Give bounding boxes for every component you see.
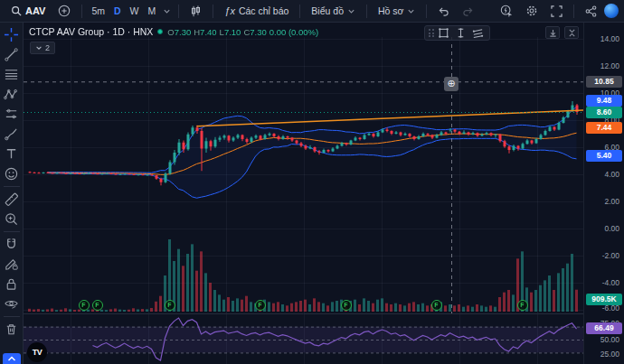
symbol-title[interactable]: CTCP AAV Group · 1D · HNX — [29, 26, 153, 37]
layout-button[interactable]: Biểu đồ — [306, 4, 361, 18]
interval-menu-button[interactable] — [161, 5, 173, 17]
fullscreen-button[interactable] — [545, 4, 568, 19]
profile-button[interactable]: Hồ sơ — [373, 4, 421, 18]
position-tool[interactable] — [2, 105, 22, 124]
zoom-in-tool[interactable] — [2, 210, 22, 229]
fib-retracement-tool[interactable] — [2, 65, 22, 84]
change-value: 0.00 (0.00%) — [269, 27, 318, 37]
emoji-tool[interactable] — [2, 164, 22, 183]
settings-button[interactable] — [520, 3, 544, 19]
axis-tick: -4.00 — [602, 277, 619, 288]
event-marker[interactable]: F — [431, 300, 442, 311]
magnet-tool[interactable] — [2, 235, 22, 254]
fx-icon: ƒx — [224, 5, 235, 16]
chevron-up-icon — [7, 356, 16, 362]
symbol-name: AAV — [25, 5, 45, 16]
chart-type-button[interactable] — [184, 4, 207, 19]
axis-tick: -2.00 — [602, 250, 619, 261]
pattern-tool[interactable] — [2, 85, 22, 104]
chart-pane: CTCP AAV Group · 1D · HNX O7.30 H7.40 L7… — [24, 23, 624, 364]
event-marker[interactable]: F — [165, 300, 175, 311]
redo-button[interactable] — [457, 5, 479, 18]
axis-tick: 0.00 — [604, 223, 619, 234]
undo-button[interactable] — [432, 5, 455, 18]
price-badge: 7.44 — [586, 122, 622, 134]
search-icon — [11, 5, 22, 16]
toolbar-separator — [366, 5, 367, 18]
forecast-icon — [4, 107, 19, 122]
toolbar-divider — [4, 316, 20, 317]
tradingview-app: AAV 5m D W M ƒx Các chỉ báo Biểu đồ Hồ s… — [0, 0, 624, 364]
redo-icon — [462, 6, 474, 16]
price-badge: 10.85 — [586, 76, 622, 88]
tradingview-logo[interactable]: TV — [27, 342, 47, 362]
toolbar-divider — [4, 186, 20, 187]
remove-drawings-tool[interactable] — [2, 320, 22, 339]
axis-tick: 25.00 — [600, 349, 619, 359]
interval-1d[interactable]: D — [110, 4, 125, 18]
ruler-icon — [4, 191, 19, 207]
price-badge: 8.60 — [586, 107, 622, 118]
measure-tool[interactable] — [2, 190, 22, 209]
toolbar-separator — [213, 5, 213, 18]
xabcd-pattern-icon — [4, 87, 19, 102]
compare-add-button[interactable] — [52, 3, 76, 19]
undo-icon — [438, 6, 449, 16]
fib-lines-icon — [4, 67, 19, 82]
interval-1m[interactable]: M — [145, 4, 160, 18]
rectangle-tool-icon — [438, 27, 449, 39]
layout-label: Biểu đồ — [311, 5, 344, 16]
pane-download-button[interactable] — [545, 26, 560, 39]
crosshair-add-button[interactable]: ⊕ — [444, 77, 459, 91]
lock-all-tool[interactable] — [2, 275, 22, 294]
event-marker[interactable]: F — [79, 300, 90, 311]
show-panel-button[interactable] — [3, 353, 21, 364]
trend-line-tool[interactable] — [2, 45, 22, 64]
indicators-label: Các chỉ báo — [239, 5, 288, 16]
interval-1w[interactable]: W — [127, 4, 143, 18]
price-axis[interactable]: 14.0012.0010.008.006.004.002.000.00-2.00… — [583, 23, 624, 364]
price-badge: 66.49 — [586, 322, 622, 334]
drag-handle[interactable] — [429, 29, 434, 37]
crosshair-tool[interactable] — [2, 25, 22, 44]
event-marker[interactable]: F — [255, 300, 266, 311]
lock-icon — [4, 276, 19, 292]
collapse-icon — [568, 29, 576, 37]
axis-tick: 2.00 — [604, 196, 619, 207]
price-badge: 909.5K — [586, 294, 622, 305]
brush-tool[interactable] — [2, 125, 22, 144]
collapsed-indicators-button[interactable]: 2 — [30, 42, 55, 54]
axis-tick: 12.00 — [600, 61, 619, 71]
chart-canvas[interactable] — [24, 23, 583, 364]
eye-icon — [4, 296, 19, 312]
indicators-button[interactable]: ƒx Các chỉ báo — [219, 4, 294, 18]
toolbar-divider — [4, 231, 20, 232]
plus-circle-icon: ⊕ — [447, 78, 455, 89]
event-marker[interactable]: F — [341, 300, 352, 311]
parallel-channel-tool-button[interactable] — [471, 27, 486, 40]
text-icon — [4, 146, 19, 162]
event-marker[interactable]: F — [92, 300, 103, 311]
rectangle-tool-button[interactable] — [437, 27, 451, 40]
price-range-tool-button[interactable] — [454, 27, 468, 40]
zoom-in-icon — [4, 211, 19, 227]
alert-button[interactable] — [495, 3, 518, 19]
chart-legend: CTCP AAV Group · 1D · HNX O7.30 H7.40 L7… — [29, 26, 318, 37]
text-tool[interactable] — [2, 145, 22, 163]
price-badge: 5.40 — [586, 150, 622, 162]
event-marker[interactable]: F — [517, 300, 528, 311]
chevron-down-icon — [35, 44, 43, 51]
top-toolbar: AAV 5m D W M ƒx Các chỉ báo Biểu đồ Hồ s… — [0, 0, 624, 23]
gear-icon — [525, 5, 538, 17]
share-button[interactable] — [580, 4, 602, 19]
fullscreen-icon — [551, 5, 563, 17]
pane-collapse-button[interactable] — [564, 26, 579, 39]
price-range-icon — [455, 27, 467, 39]
symbol-search-button[interactable]: AAV — [5, 4, 51, 18]
toolbar-separator — [178, 5, 179, 18]
interval-5m[interactable]: 5m — [88, 4, 109, 18]
hide-drawings-tool[interactable] — [2, 294, 22, 313]
candles-icon — [190, 5, 202, 17]
drawing-mode-tool[interactable] — [2, 255, 22, 274]
user-avatar[interactable] — [604, 4, 619, 18]
